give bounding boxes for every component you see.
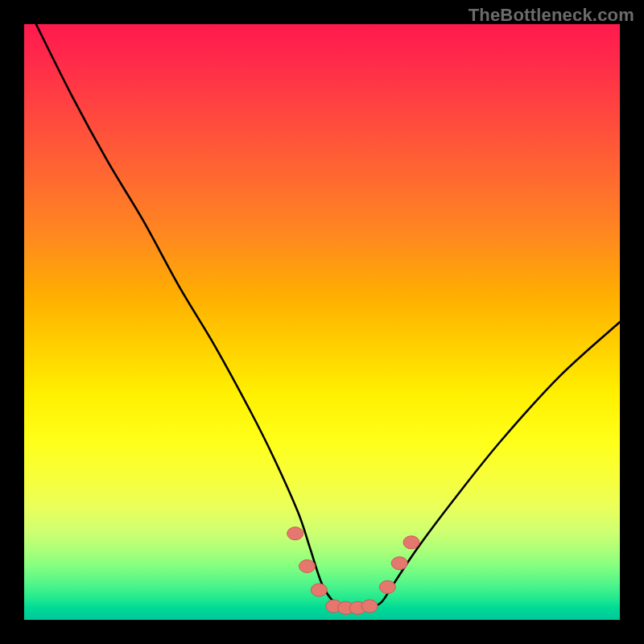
curve-marker xyxy=(361,600,378,613)
chart-svg xyxy=(24,24,620,620)
curve-marker xyxy=(287,527,303,540)
bottleneck-curve xyxy=(36,24,620,609)
curve-marker xyxy=(403,536,419,549)
chart-plot-area xyxy=(24,24,620,620)
curve-marker xyxy=(299,559,316,572)
curve-marker xyxy=(391,557,407,570)
chart-frame: TheBottleneck.com xyxy=(0,0,644,644)
attribution-text: TheBottleneck.com xyxy=(469,5,634,26)
curve-marker xyxy=(379,580,395,593)
curve-marker xyxy=(311,584,327,597)
